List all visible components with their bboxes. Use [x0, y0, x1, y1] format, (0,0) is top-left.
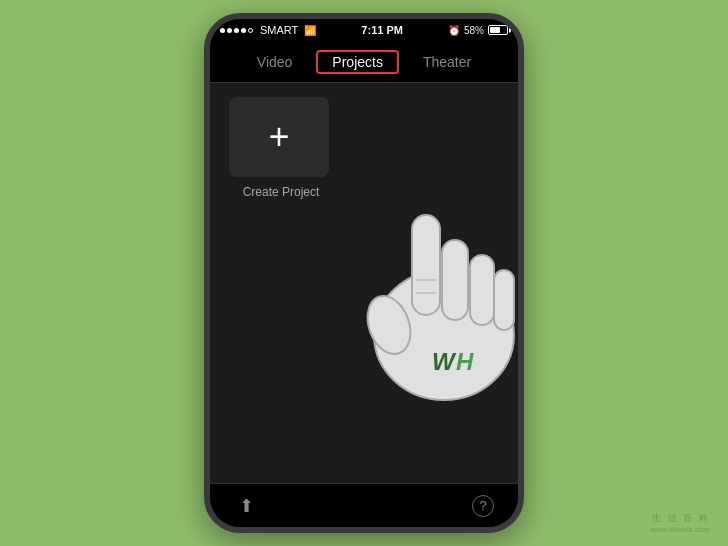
battery-icon	[488, 25, 508, 35]
signal-dot-5	[248, 28, 253, 33]
tab-bar: Video Projects Theater	[210, 41, 518, 83]
help-icon: ?	[479, 498, 486, 513]
tab-video[interactable]: Video	[237, 46, 313, 78]
signal-dot-4	[241, 28, 246, 33]
signal-dot-3	[234, 28, 239, 33]
bottom-bar: ⬆ ?	[210, 483, 518, 527]
watermark: 生 活 百 科 www.bimeiz.com	[650, 512, 710, 534]
plus-icon: +	[268, 119, 289, 155]
status-time: 7:11 PM	[361, 24, 403, 36]
status-bar: SMART 📶 7:11 PM ⏰ 58%	[210, 19, 518, 41]
watermark-site: www.bimeiz.com	[650, 525, 710, 534]
status-right: ⏰ 58%	[448, 25, 508, 36]
help-button[interactable]: ?	[472, 495, 494, 517]
create-project-label: Create Project	[243, 185, 320, 199]
carrier-name: SMART	[260, 24, 298, 36]
status-left: SMART 📶	[220, 24, 316, 36]
tab-theater[interactable]: Theater	[403, 46, 491, 78]
battery-fill	[490, 27, 500, 33]
create-project-button[interactable]: +	[229, 97, 329, 177]
phone-frame: SMART 📶 7:11 PM ⏰ 58% Video	[204, 13, 524, 533]
signal-dot-1	[220, 28, 225, 33]
alarm-icon: ⏰	[448, 25, 460, 36]
signal-dots	[220, 28, 253, 33]
tab-projects[interactable]: Projects	[312, 46, 403, 78]
wifi-icon: 📶	[304, 25, 316, 36]
battery-percent: 58%	[464, 25, 484, 36]
share-button[interactable]: ⬆	[234, 494, 258, 518]
watermark-chars: 生 活 百 科	[650, 512, 710, 525]
share-icon: ⬆	[239, 495, 254, 517]
signal-dot-2	[227, 28, 232, 33]
main-content: + Create Project	[210, 83, 518, 483]
tabs-container: Video Projects Theater	[237, 46, 491, 78]
